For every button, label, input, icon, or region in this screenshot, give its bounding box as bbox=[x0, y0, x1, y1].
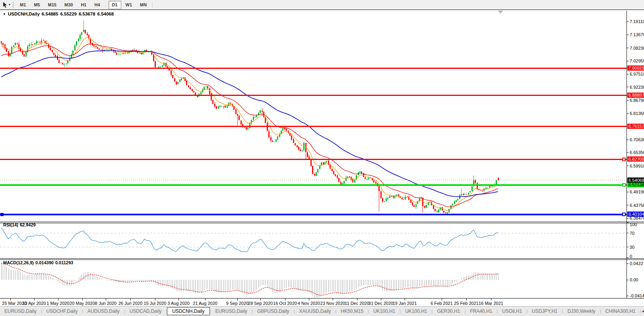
price-axis-tick: 6.70630 bbox=[630, 137, 644, 142]
chart-window: ▼USDCNH,Daily6.548856.552296.536786.5406… bbox=[0, 10, 644, 306]
timeframe-button-group: M1M5M15M30H1H4D1W1MN bbox=[16, 1, 155, 9]
time-axis-tick: 6 Feb 2021 bbox=[431, 301, 453, 306]
timeframe-button-h1[interactable]: H1 bbox=[77, 1, 90, 9]
level-price-label-text: 6.62709 bbox=[628, 157, 644, 162]
ohlc-low: 6.53678 bbox=[79, 12, 95, 16]
rsi-axis-tick: 70 bbox=[630, 231, 634, 236]
chart-tab-usoil-h1[interactable]: USOil,H1 bbox=[498, 307, 526, 315]
time-axis-tick: 20 May 2020 bbox=[70, 301, 95, 306]
chart-tab-usdjpy-h1[interactable]: USDJPY,H1 bbox=[528, 307, 562, 315]
top-toolbar: ▾ M1M5M15M30H1H4D1W1MN bbox=[0, 0, 644, 10]
time-axis-tick: 9 Sep 2020 bbox=[226, 301, 248, 306]
current-price-label-text: 6.54068 bbox=[628, 178, 644, 183]
price-axis-tick: 6.65350 bbox=[630, 150, 644, 155]
chart-tab-dj30-weekly[interactable]: DJ30,Weekly bbox=[563, 307, 599, 315]
chart-tab-hk50-m15[interactable]: HK50,M15 bbox=[336, 307, 368, 315]
line-handle[interactable] bbox=[623, 158, 625, 161]
level-price-label-text: 6.76157 bbox=[628, 124, 644, 129]
chart-canvas[interactable]: 7.191107.136707.082307.029506.975106.922… bbox=[0, 10, 644, 306]
time-axis-tick: 13 Apr 2020 bbox=[22, 301, 46, 306]
chart-tab-xauusd-daily[interactable]: XAUUSD,Daily bbox=[295, 307, 335, 315]
level-price-label-text: 6.40104 bbox=[628, 212, 644, 217]
toolbar-gripper[interactable] bbox=[13, 2, 14, 8]
line-handle[interactable] bbox=[623, 183, 625, 186]
rsi-axis-tick: 30 bbox=[630, 245, 634, 250]
line-handle[interactable] bbox=[0, 213, 4, 216]
time-axis-tick: 28 Sep 2020 bbox=[248, 301, 273, 306]
timeframe-button-d1[interactable]: D1 bbox=[109, 1, 121, 9]
price-axis-tick: 6.97510 bbox=[630, 72, 644, 76]
collapse-triangle-icon[interactable]: ▼ bbox=[3, 12, 6, 16]
level-price-label-text: 6.52138 bbox=[628, 182, 644, 187]
price-axis-tick: 6.49190 bbox=[630, 189, 644, 194]
rsi-axis-tick: 0 bbox=[630, 254, 632, 259]
price-axis-tick: 7.13670 bbox=[630, 32, 644, 37]
cursor-tool-dropdown[interactable]: ▾ bbox=[0, 1, 12, 9]
timeframe-button-m30[interactable]: M30 bbox=[61, 1, 76, 9]
rsi-axis-tick: 100 bbox=[630, 222, 637, 227]
price-axis-tick: 6.59910 bbox=[630, 164, 644, 168]
chart-tab-usdcnh-daily[interactable]: USDCNH,Daily bbox=[167, 307, 209, 315]
macd-indicator-label: MACD(12,26,9)0.0143900.011293 bbox=[3, 260, 75, 265]
macd-name: MACD(12,26,9) bbox=[3, 260, 34, 265]
chart-tab-bar: EURUSD,Daily|USDCHF,Daily|AUDUSD,Daily|U… bbox=[0, 306, 644, 316]
timeframe-button-mn[interactable]: MN bbox=[136, 1, 150, 9]
timeframe-button-m5[interactable]: M5 bbox=[30, 1, 43, 9]
ohlc-close: 6.54068 bbox=[97, 12, 114, 16]
time-axis-tick: 25 Feb 2021 bbox=[454, 301, 479, 306]
time-axis-tick: 16 Mar 2021 bbox=[479, 301, 503, 306]
timeframe-button-m15[interactable]: M15 bbox=[45, 1, 60, 9]
level-price-label-text: 6.88897 bbox=[628, 93, 644, 98]
time-axis-tick: 26 Jun 2020 bbox=[118, 301, 143, 306]
chart-tab-usdcad-daily[interactable]: USDCAD,Daily bbox=[125, 307, 166, 315]
time-axis-tick: 31 Dec 2020 bbox=[369, 301, 393, 306]
macd-signal-value: 0.011293 bbox=[55, 260, 73, 265]
price-axis-tick: 6.86790 bbox=[630, 98, 644, 103]
timeframe-button-w1[interactable]: W1 bbox=[122, 1, 136, 9]
level-price-label-text: 7.00029 bbox=[628, 66, 644, 70]
macd-axis-tick: -0.04148 bbox=[630, 293, 644, 298]
time-axis-tick: 21 Aug 2020 bbox=[193, 301, 217, 306]
timeframe-button-h4[interactable]: H4 bbox=[91, 1, 103, 9]
chart-title: ▼USDCNH,Daily6.548856.552296.536786.5406… bbox=[3, 12, 114, 16]
timeframe-button-m1[interactable]: M1 bbox=[16, 1, 29, 9]
macd-axis-tick: 0.042275 bbox=[630, 261, 644, 266]
toolbar-separator bbox=[152, 2, 153, 8]
price-axis-tick: 7.19110 bbox=[630, 19, 644, 24]
time-axis-tick: 15 Jul 2020 bbox=[144, 301, 167, 306]
macd-current-value: 0.014390 bbox=[35, 260, 54, 265]
chart-tab-china300-h1[interactable]: CHINA300,H1 bbox=[601, 307, 640, 315]
time-axis-tick: 3 Aug 2020 bbox=[167, 301, 190, 306]
price-axis-tick: 6.81350 bbox=[630, 111, 644, 116]
toolbar-separator bbox=[106, 2, 107, 8]
cursor-pointer-icon bbox=[2, 2, 8, 8]
chart-tab-ger30-h1[interactable]: GER30,H1 bbox=[433, 307, 464, 315]
price-axis-tick: 7.02950 bbox=[630, 59, 644, 63]
time-axis-tick: 1 May 2020 bbox=[47, 301, 69, 306]
rsi-current-value: 62.9429 bbox=[20, 222, 36, 227]
line-handle[interactable] bbox=[623, 213, 625, 216]
chart-tab-audusd-daily[interactable]: AUDUSD,Daily bbox=[83, 307, 124, 315]
time-axis-tick: 16 Oct 2020 bbox=[273, 301, 297, 306]
ohlc-open: 6.54885 bbox=[42, 12, 58, 16]
chart-tab-uk100-h1[interactable]: UK100,H1 bbox=[401, 307, 431, 315]
price-axis-tick: 6.92230 bbox=[630, 85, 644, 90]
time-axis-tick: 11 Dec 2020 bbox=[345, 301, 369, 306]
chart-background bbox=[0, 10, 644, 306]
price-axis-tick: 7.08230 bbox=[630, 46, 644, 51]
rsi-indicator-label: RSI(14)62.9429 bbox=[3, 222, 37, 227]
chart-symbol-label: USDCNH,Daily bbox=[8, 12, 40, 16]
ohlc-high: 6.55229 bbox=[60, 12, 77, 16]
time-axis-tick: 4 Nov 2020 bbox=[298, 301, 320, 306]
chart-tab-eurusd-daily[interactable]: EURUSD,Daily bbox=[0, 307, 41, 315]
chart-tab-uk100-h1[interactable]: UK100,H1 bbox=[369, 307, 400, 315]
time-axis-tick: 8 Jun 2020 bbox=[95, 301, 116, 306]
time-axis-tick: 23 Nov 2020 bbox=[320, 301, 345, 306]
tab-scroll-left-icon[interactable]: ◄ bbox=[641, 309, 644, 313]
chart-tab-eurusd-daily[interactable]: EURUSD,Daily bbox=[211, 307, 252, 315]
chart-tab-usdchf-daily[interactable]: USDCHF,Daily bbox=[42, 307, 82, 315]
chart-tab-gbpusd-daily[interactable]: GBPUSD,Daily bbox=[253, 307, 294, 315]
rsi-name: RSI(14) bbox=[3, 222, 18, 227]
chart-tab-fra40-h1[interactable]: FRA40,H1 bbox=[466, 307, 497, 315]
price-axis-tick: 6.43750 bbox=[630, 203, 644, 208]
